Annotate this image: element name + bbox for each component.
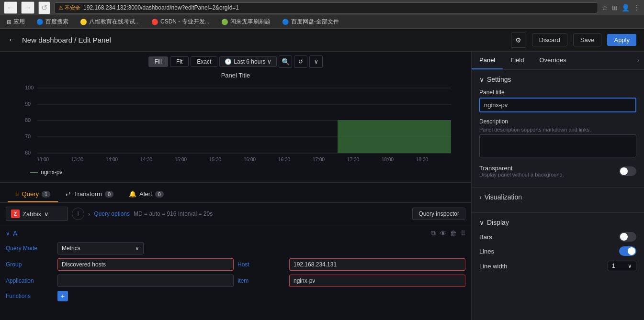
svg-text:100: 100 (25, 85, 34, 90)
lines-toggle[interactable] (619, 246, 636, 256)
bookmark-apps[interactable]: ⊞ 应用 (4, 17, 28, 27)
viz-chevron-icon: › (479, 193, 482, 201)
datasource-select[interactable]: Z Zabbix ∨ (6, 207, 68, 221)
panel-title-input[interactable] (479, 98, 636, 112)
query-meta: MD = auto = 916 Interval = 20s (134, 210, 213, 217)
tab-alert[interactable]: 🔔 Alert 0 (121, 187, 171, 202)
query-mode-select[interactable]: Metrics ∨ (57, 242, 144, 254)
visibility-button[interactable]: 👁 (440, 230, 446, 237)
zoom-out-button[interactable]: 🔍 (279, 55, 292, 68)
app-header: ← New dashboard / Edit Panel ⚙ Discard S… (0, 29, 644, 52)
panel-title-field: Panel title (479, 89, 636, 112)
bookmark-xian[interactable]: 🟢 闲来无事刷刷题 (218, 17, 273, 27)
add-function-button[interactable]: + (57, 291, 68, 301)
svg-text:18:30: 18:30 (416, 157, 428, 162)
svg-text:18:00: 18:00 (382, 157, 394, 162)
refresh-button[interactable]: ↺ (294, 55, 307, 68)
forward-nav-button[interactable]: → (21, 1, 34, 14)
bookmark-edu[interactable]: 🟡 八维教育在线考试... (77, 17, 143, 27)
bookmark-pan[interactable]: 🔵 百度网盘-全部文件 (279, 17, 342, 27)
svg-rect-12 (338, 121, 451, 121)
chart-legend: — nginx-pv (4, 166, 467, 178)
functions-row: Functions + (6, 291, 465, 301)
description-field: Description Panel description supports m… (479, 118, 636, 159)
item-row: Item (237, 275, 465, 287)
drag-handle[interactable]: ⠿ (461, 230, 465, 237)
account-button[interactable]: 👤 (621, 4, 630, 11)
chevron-down-icon: ∨ (135, 245, 139, 252)
lines-label: Lines (479, 248, 494, 255)
time-range-button[interactable]: 🕐 Last 6 hours ∨ (219, 56, 277, 67)
settings-button[interactable]: ⚙ (511, 33, 526, 48)
description-hint: Panel description supports markdown and … (479, 127, 636, 132)
tab-transform[interactable]: ⇄ Transform 0 (58, 187, 121, 202)
save-button[interactable]: Save (573, 33, 602, 46)
info-button[interactable]: i (72, 208, 84, 220)
chevron-down-icon: ∨ (628, 263, 632, 269)
item-input[interactable] (289, 275, 465, 287)
svg-text:15:30: 15:30 (209, 157, 221, 162)
settings-title[interactable]: ∨ Settings (479, 76, 636, 83)
collapse-icon[interactable]: ∨ (6, 230, 10, 237)
fit-button[interactable]: Fit (170, 56, 189, 67)
visualization-title[interactable]: › Visualization (479, 193, 636, 201)
legend-line-icon: — (30, 168, 38, 177)
bookmark-csdn[interactable]: 🔴 CSDN - 专业开发... (148, 17, 213, 27)
back-button[interactable]: ← (8, 35, 16, 45)
query-mode-label: Query Mode (6, 245, 54, 252)
svg-text:13:30: 13:30 (71, 157, 83, 162)
group-input[interactable] (57, 258, 234, 271)
back-nav-button[interactable]: ← (4, 1, 17, 14)
more-options-button[interactable]: ∨ (309, 55, 323, 68)
svg-text:15:00: 15:00 (175, 157, 187, 162)
host-row: Host (237, 258, 465, 271)
line-width-label: Line width (479, 263, 508, 270)
discard-button[interactable]: Discard (532, 33, 567, 46)
query-options-button[interactable]: Query options (94, 210, 130, 217)
bars-label: Bars (479, 233, 492, 241)
svg-text:17:30: 17:30 (347, 157, 359, 162)
bookmark-baidu[interactable]: 🔵 百度搜索 (34, 17, 71, 27)
line-width-select[interactable]: 1 ∨ (608, 261, 636, 271)
host-label: Host (237, 261, 285, 268)
tab-query[interactable]: ≡ Query 1 (8, 187, 58, 202)
svg-text:16:00: 16:00 (244, 157, 256, 162)
transparent-toggle[interactable] (619, 166, 636, 176)
application-input[interactable] (57, 275, 234, 287)
item-label: Item (237, 277, 285, 284)
transparent-row: Transparent Display panel without a back… (479, 165, 636, 177)
query-inspector-button[interactable]: Query inspector (412, 208, 465, 220)
expand-panel-button[interactable]: › (633, 52, 644, 69)
refresh-nav-button[interactable]: ↺ (38, 1, 50, 14)
group-host-row: Group Host (6, 258, 465, 271)
exact-button[interactable]: Exact (191, 56, 217, 67)
chevron-down-icon: ∨ (267, 58, 271, 65)
star-button[interactable]: ☆ (602, 4, 608, 11)
description-textarea[interactable] (479, 134, 636, 157)
tab-overrides[interactable]: Overrides (531, 52, 574, 69)
panel-title-label: Panel title (479, 89, 636, 96)
arrow-icon: › (88, 210, 90, 218)
apply-button[interactable]: Apply (607, 34, 636, 46)
display-title[interactable]: ∨ Display (479, 219, 636, 226)
security-warning: ⚠ 不安全 (58, 4, 80, 11)
zabbix-logo: Z (11, 210, 20, 218)
menu-button[interactable]: ⋮ (633, 4, 640, 11)
host-input[interactable] (289, 258, 465, 271)
copy-section-button[interactable]: ⧉ (431, 229, 436, 237)
chart-title: Panel Title (4, 72, 467, 79)
address-bar[interactable]: ⚠ 不安全 192.168.234.132:3000/dashboard/new… (54, 2, 598, 13)
application-row: Application (6, 275, 234, 287)
extensions-button[interactable]: ⊞ (612, 4, 618, 11)
tab-panel[interactable]: Panel (472, 52, 503, 69)
query-section-a: ∨ A ⧉ 👁 🗑 ⠿ Query Mode Metrics ∨ (0, 225, 471, 305)
panel-tabs: Panel Field Overrides › (472, 52, 644, 70)
fill-button[interactable]: Fill (148, 56, 168, 67)
display-section: ∨ Display Bars Lines Line width 1 ∨ (472, 213, 644, 282)
bars-toggle[interactable] (619, 232, 636, 242)
transparent-desc: Display panel without a background. (479, 172, 564, 177)
delete-section-button[interactable]: 🗑 (450, 230, 457, 237)
application-label: Application (6, 277, 54, 284)
tab-field[interactable]: Field (503, 52, 531, 69)
svg-text:16:30: 16:30 (278, 157, 290, 162)
